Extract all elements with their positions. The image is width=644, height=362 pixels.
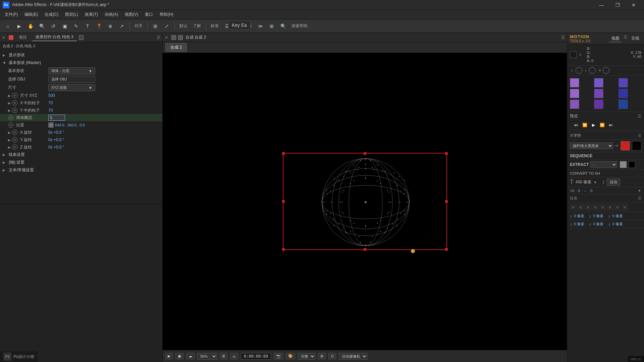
preview-ram[interactable]: ▣ xyxy=(175,353,183,359)
prev-frame-button[interactable]: ⏪ xyxy=(581,122,588,128)
minimize-button[interactable]: — xyxy=(594,0,609,10)
timecode-display[interactable]: 0:00:00:00 xyxy=(241,353,271,360)
nav-circle3[interactable] xyxy=(603,67,609,74)
panel-menu[interactable]: ☰ xyxy=(157,35,160,40)
font-color-swatch[interactable] xyxy=(621,141,630,150)
skip-forward-button[interactable]: ⏭ xyxy=(607,122,614,128)
zoom-select[interactable]: 50% 100% xyxy=(197,353,217,360)
maximize-button[interactable]: ❐ xyxy=(610,0,625,10)
pen-tool[interactable]: ✎ xyxy=(71,21,81,31)
z-rotate-value[interactable]: 0x +0.0 ° xyxy=(48,145,64,149)
menu-effect[interactable]: 效果(T) xyxy=(82,10,101,19)
pencil-icon[interactable]: ✏ xyxy=(615,143,619,148)
viewer-toggle[interactable]: ⊡ xyxy=(328,353,336,359)
char-menu[interactable]: ☰ xyxy=(638,133,641,138)
char-label[interactable]: 字符 xyxy=(574,133,581,138)
align-right[interactable]: ≡ xyxy=(585,204,591,210)
y-particles-value[interactable]: 70 xyxy=(48,108,53,113)
undo-button[interactable]: ↺ xyxy=(48,21,58,31)
comp-panel-menu[interactable]: ☰ xyxy=(561,35,565,40)
tab-project[interactable]: 项目 xyxy=(15,34,30,41)
menu-layer[interactable]: 图层(L) xyxy=(62,10,82,19)
x-particles-value[interactable]: 70 xyxy=(48,101,53,105)
menu-comp[interactable]: 合成(C) xyxy=(41,10,62,19)
grid-view[interactable]: ⊞ xyxy=(267,21,277,31)
display-shape-item[interactable]: ▶ 显示形状 xyxy=(0,51,162,59)
paragraph-menu[interactable]: ☰ xyxy=(638,196,641,200)
pin-tool[interactable]: 📍 xyxy=(94,21,104,31)
menu-anim[interactable]: 动画(A) xyxy=(101,10,121,19)
x-rotate-value[interactable]: 0x +0.0 ° xyxy=(48,130,64,135)
preview-menu[interactable]: ☰ xyxy=(638,114,641,119)
align-left[interactable]: ≡ xyxy=(570,204,577,210)
text-tool[interactable]: T xyxy=(83,21,93,31)
comp-panel-close[interactable]: ✕ xyxy=(165,35,168,40)
menu-view[interactable]: 视图(V) xyxy=(121,10,142,19)
swatch-9[interactable] xyxy=(619,100,628,109)
align-justify[interactable]: ≡ xyxy=(592,204,599,210)
menu-file[interactable]: 文件(F) xyxy=(1,10,21,19)
shape-tool[interactable]: ▣ xyxy=(60,21,70,31)
swatch-1[interactable] xyxy=(570,78,579,87)
panel-close-project[interactable]: ✕ xyxy=(2,35,5,40)
menu-window[interactable]: 窗口 xyxy=(142,10,156,19)
swatch-3[interactable] xyxy=(619,78,628,87)
next-frame-button[interactable]: ⏩ xyxy=(599,122,605,128)
extract-dropdown[interactable]: - xyxy=(590,161,617,168)
snapshot-btn[interactable]: 📷 xyxy=(274,353,283,359)
align-justify-last-left[interactable]: ≡ xyxy=(599,204,606,210)
font-color-swatch2[interactable] xyxy=(632,141,641,150)
paint-tool[interactable]: ⊕ xyxy=(105,21,115,31)
expand-button[interactable]: ⤢ xyxy=(162,21,172,31)
camera-select[interactable]: 活动摄像机 xyxy=(339,353,367,360)
zoom-tool[interactable]: 🔍 xyxy=(37,21,47,31)
search-button[interactable]: 🔍 xyxy=(278,21,288,31)
swatch-4[interactable] xyxy=(570,89,579,98)
master-group-item[interactable]: ▼ 基本形状 (Master) xyxy=(0,59,162,67)
line-settings-item[interactable]: ▶ 线条设置 xyxy=(0,151,162,159)
font-dropdown[interactable]: 碳纤维大黑简体 xyxy=(570,142,613,149)
menu-help[interactable]: 帮助(H) xyxy=(156,10,177,19)
preview-mode[interactable]: ☁ xyxy=(186,353,195,359)
size-dropdown[interactable]: XYZ 连接 ▼ xyxy=(48,84,95,91)
align-justify-last-center[interactable]: ≡ xyxy=(607,204,613,210)
font-size-value[interactable]: 450 像素 xyxy=(576,179,591,185)
hand-tool[interactable]: ✋ xyxy=(25,21,36,31)
align-center[interactable]: ≡ xyxy=(577,204,584,210)
swatch-6[interactable] xyxy=(619,89,628,98)
menu-edit[interactable]: 编辑(E) xyxy=(21,10,41,19)
expand-panel[interactable]: ≫ xyxy=(255,21,265,31)
audio-tab[interactable]: 音频 xyxy=(629,35,641,42)
align-full-justify[interactable]: ≡ xyxy=(622,204,628,210)
nav-circle2[interactable] xyxy=(589,67,596,74)
obj-settings-item[interactable]: ▶ {物} 设置 xyxy=(0,159,162,166)
swatch-2[interactable] xyxy=(594,78,603,87)
size-xyz-value[interactable]: 500 xyxy=(48,93,55,98)
align-justify-last-right[interactable]: ≡ xyxy=(614,204,621,210)
info-tab[interactable]: 信息 xyxy=(609,35,622,42)
comp-tab-active[interactable]: 合成 2 xyxy=(165,43,187,52)
roto-tool[interactable]: ↗ xyxy=(117,21,127,31)
swatch-5[interactable] xyxy=(594,89,603,98)
nav-circle1[interactable] xyxy=(576,67,582,74)
y-rotate-value[interactable]: 0x +0.0 ° xyxy=(48,137,64,142)
nav-next[interactable]: › xyxy=(584,68,588,73)
nav-cross[interactable]: × xyxy=(598,68,601,73)
snap-button[interactable]: ⊞ xyxy=(150,21,160,31)
window-controls[interactable]: — ❐ ✕ xyxy=(594,0,641,10)
quality-select[interactable]: 完整 xyxy=(298,353,315,360)
basic-shape-dropdown[interactable]: 球体 - 分层 ▼ xyxy=(48,67,95,74)
preview-toggle[interactable]: ▶ xyxy=(165,353,173,359)
auto-button[interactable]: 自动 xyxy=(607,179,620,186)
comp-frame[interactable]: ⊞ xyxy=(220,353,227,359)
close-button[interactable]: ✕ xyxy=(626,0,641,10)
home-button[interactable]: ⌂ xyxy=(3,21,13,31)
sphere-layers-input[interactable] xyxy=(48,115,65,121)
select-tool[interactable]: ▶ xyxy=(14,21,24,31)
swatch-8[interactable] xyxy=(594,100,603,109)
color-btn[interactable]: 🎨 xyxy=(286,353,295,359)
skip-back-button[interactable]: ⏮ xyxy=(573,122,579,128)
tab-effect-controls[interactable]: 效果控件 白色 纯色 3 xyxy=(32,34,77,41)
nav-prev[interactable]: ‹ xyxy=(570,68,574,73)
comp-aspect[interactable]: ⚌ xyxy=(230,353,238,359)
